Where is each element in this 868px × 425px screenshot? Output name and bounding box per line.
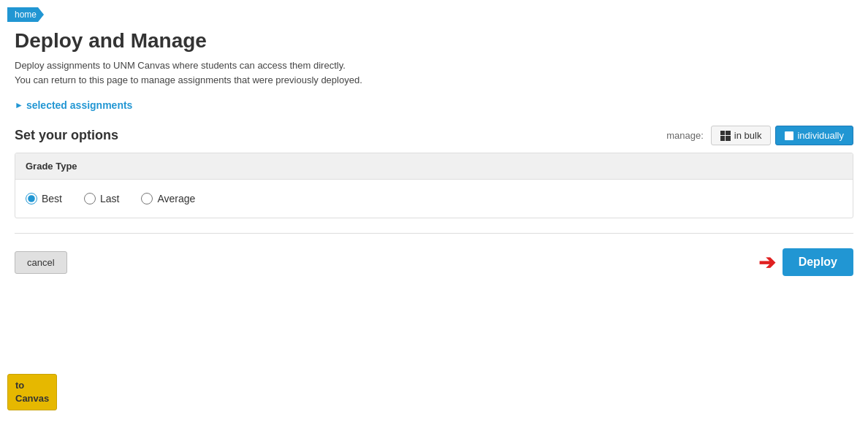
manage-label: manage: xyxy=(666,130,704,141)
deploy-area: ➔ Deploy xyxy=(758,248,853,276)
grade-type-best-option[interactable]: Best xyxy=(26,193,62,204)
description-line1: Deploy assignments to UNM Canvas where s… xyxy=(15,58,853,73)
grade-type-average-option[interactable]: Average xyxy=(141,193,195,204)
selected-assignments-link[interactable]: ► selected assignments xyxy=(15,99,132,111)
tooltip-line1: to xyxy=(15,379,49,392)
manage-individually-label: individually xyxy=(797,130,844,141)
grade-type-table: Grade Type Best Last Average xyxy=(15,153,853,218)
tooltip-line2: Canvas xyxy=(15,392,49,405)
grade-type-best-radio[interactable] xyxy=(26,193,37,204)
cancel-button[interactable]: cancel xyxy=(15,251,67,274)
manage-bulk-label: in bulk xyxy=(734,130,762,141)
page-title: Deploy and Manage xyxy=(15,29,853,53)
grid-icon xyxy=(720,131,731,141)
square-icon xyxy=(785,131,793,140)
grade-type-average-radio[interactable] xyxy=(141,193,153,204)
grade-type-average-label: Average xyxy=(157,193,195,204)
grade-type-header: Grade Type xyxy=(15,153,853,180)
selected-assignments-label: selected assignments xyxy=(26,99,133,111)
footer-divider xyxy=(15,233,853,234)
tooltip-badge: to Canvas xyxy=(7,374,57,410)
manage-individually-button[interactable]: individually xyxy=(775,126,853,145)
manage-row: manage: in bulk individually xyxy=(666,126,853,145)
grade-type-last-option[interactable]: Last xyxy=(84,193,119,204)
description-line2: You can return to this page to manage as… xyxy=(15,73,853,88)
grade-type-last-radio[interactable] xyxy=(84,193,96,204)
grade-type-best-label: Best xyxy=(42,193,62,204)
deploy-arrow-icon: ➔ xyxy=(758,250,775,275)
page-description: Deploy assignments to UNM Canvas where s… xyxy=(15,58,853,87)
footer-row: cancel ➔ Deploy xyxy=(15,248,853,283)
expand-arrow-icon: ► xyxy=(15,100,23,110)
grade-type-last-label: Last xyxy=(100,193,119,204)
grade-type-body: Best Last Average xyxy=(15,180,853,218)
manage-bulk-button[interactable]: in bulk xyxy=(711,126,772,145)
home-breadcrumb[interactable]: home xyxy=(7,7,44,22)
deploy-button[interactable]: Deploy xyxy=(783,248,853,276)
home-label: home xyxy=(15,9,37,20)
set-options-title: Set your options xyxy=(15,128,118,143)
